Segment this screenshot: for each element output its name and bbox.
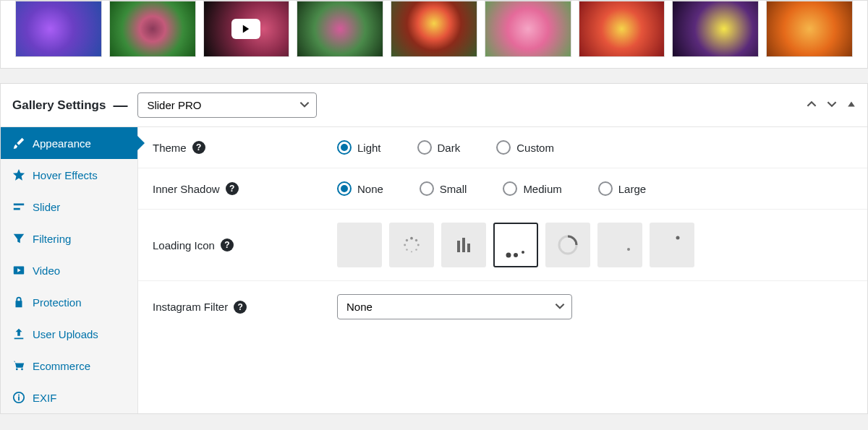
svg-point-16 <box>514 253 518 257</box>
svg-point-4 <box>410 237 413 240</box>
help-icon[interactable]: ? <box>221 238 234 251</box>
loader-comet[interactable] <box>650 223 694 267</box>
help-icon[interactable]: ? <box>234 301 247 314</box>
brush-icon <box>12 137 25 150</box>
svg-rect-12 <box>457 241 460 252</box>
cart-icon <box>12 359 25 372</box>
svg-point-19 <box>627 248 630 251</box>
gallery-settings-panel: Gallery Settings — Slider PRO Appearance… <box>0 83 868 414</box>
loader-dots-circle[interactable] <box>389 223 434 267</box>
svg-point-17 <box>522 251 524 254</box>
gallery-thumb[interactable] <box>109 1 196 57</box>
radio-shadow-small[interactable]: Small <box>420 181 467 196</box>
row-inner-shadow: Inner Shadow ? None Small Medium Large <box>138 168 867 210</box>
inner-shadow-label: Inner Shadow <box>153 183 220 195</box>
settings-form: Theme ? Light Dark Custom Inner Shadow ? <box>138 127 867 413</box>
sidebar-item-label: Appearance <box>33 137 91 150</box>
gallery-thumb[interactable] <box>15 1 102 57</box>
gallery-thumb[interactable] <box>203 1 290 57</box>
sidebar-item-label: EXIF <box>33 392 56 404</box>
loader-dot[interactable] <box>597 223 642 267</box>
sidebar-item-label: Video <box>33 265 60 277</box>
upload-icon <box>12 327 25 340</box>
sidebar-item-hover-effects[interactable]: Hover Effects <box>1 159 137 191</box>
preset-select[interactable]: Slider PRO <box>137 93 317 118</box>
loader-ring[interactable] <box>545 223 590 267</box>
svg-point-11 <box>406 239 408 241</box>
gallery-thumb[interactable] <box>672 1 759 57</box>
svg-point-7 <box>415 249 417 251</box>
sidebar-item-exif[interactable]: EXIF <box>1 382 137 413</box>
help-icon[interactable]: ? <box>226 182 239 195</box>
row-instagram-filter: Instagram Filter ? None <box>138 281 867 332</box>
loading-icon-label: Loading Icon <box>153 239 215 251</box>
filter-icon <box>12 232 25 245</box>
gallery-thumb[interactable] <box>485 1 571 57</box>
sidebar-item-appearance[interactable]: Appearance <box>1 127 137 159</box>
row-theme: Theme ? Light Dark Custom <box>138 127 867 168</box>
settings-title: Gallery Settings <box>12 98 106 113</box>
sidebar-item-video[interactable]: Video <box>1 254 137 286</box>
instagram-filter-label: Instagram Filter <box>153 301 228 313</box>
loading-icon-options <box>337 223 694 267</box>
radio-shadow-none[interactable]: None <box>337 181 383 196</box>
radio-theme-dark[interactable]: Dark <box>417 140 461 155</box>
svg-point-15 <box>506 253 511 258</box>
gallery-thumbnail-strip <box>0 0 868 69</box>
header-nav <box>807 99 856 111</box>
gallery-thumb[interactable] <box>766 1 853 57</box>
lock-icon <box>12 296 25 309</box>
sidebar-item-protection[interactable]: Protection <box>1 286 137 318</box>
theme-radio-group: Light Dark Custom <box>337 140 554 155</box>
play-icon <box>231 19 260 39</box>
nav-down-icon[interactable] <box>827 99 837 111</box>
instagram-filter-dropdown[interactable]: None <box>337 294 572 319</box>
svg-rect-14 <box>467 244 470 252</box>
svg-point-20 <box>676 236 680 240</box>
settings-body: Appearance Hover Effects Slider Filterin… <box>1 127 867 413</box>
svg-rect-1 <box>14 208 20 210</box>
help-icon[interactable]: ? <box>192 141 205 154</box>
nav-up-icon[interactable] <box>807 99 817 111</box>
svg-point-8 <box>411 251 412 252</box>
info-icon <box>12 391 25 404</box>
gallery-thumb[interactable] <box>579 1 665 57</box>
radio-shadow-large[interactable]: Large <box>598 181 646 196</box>
inner-shadow-radio-group: None Small Medium Large <box>337 181 646 196</box>
instagram-filter-select[interactable]: None <box>337 294 572 319</box>
loader-bars[interactable] <box>441 223 486 267</box>
svg-rect-0 <box>14 204 24 206</box>
row-loading-icon: Loading Icon ? <box>138 210 867 281</box>
loader-bouncing-dots[interactable] <box>493 223 538 267</box>
radio-theme-custom[interactable]: Custom <box>496 140 554 155</box>
radio-theme-light[interactable]: Light <box>337 140 381 155</box>
settings-header: Gallery Settings — Slider PRO <box>1 84 867 127</box>
loader-none[interactable] <box>337 223 382 267</box>
svg-point-9 <box>406 249 408 251</box>
gallery-thumb[interactable] <box>391 1 477 57</box>
sidebar-item-ecommerce[interactable]: Ecommerce <box>1 350 137 382</box>
collapse-toggle[interactable]: — <box>113 97 127 113</box>
sidebar-item-label: User Uploads <box>33 328 98 340</box>
sidebar-item-label: Filtering <box>33 233 71 245</box>
sidebar-item-filtering[interactable]: Filtering <box>1 223 137 254</box>
gallery-thumb[interactable] <box>297 1 383 57</box>
svg-point-6 <box>417 244 420 246</box>
star-icon <box>12 168 25 181</box>
svg-rect-13 <box>462 238 465 252</box>
sidebar-item-label: Hover Effects <box>33 169 98 181</box>
sidebar-item-user-uploads[interactable]: User Uploads <box>1 318 137 350</box>
sidebar-item-label: Slider <box>33 201 60 213</box>
svg-point-5 <box>415 239 417 241</box>
svg-point-10 <box>404 244 406 246</box>
preset-dropdown[interactable]: Slider PRO <box>137 93 317 118</box>
sidebar-item-label: Ecommerce <box>33 360 90 372</box>
settings-sidebar: Appearance Hover Effects Slider Filterin… <box>1 127 138 413</box>
sidebar-item-label: Protection <box>33 296 82 309</box>
nav-collapse-icon[interactable] <box>847 99 856 111</box>
theme-label: Theme <box>153 142 187 154</box>
sidebar-item-slider[interactable]: Slider <box>1 191 137 223</box>
radio-shadow-medium[interactable]: Medium <box>503 181 561 196</box>
slider-icon <box>12 200 25 213</box>
video-icon <box>12 264 25 277</box>
